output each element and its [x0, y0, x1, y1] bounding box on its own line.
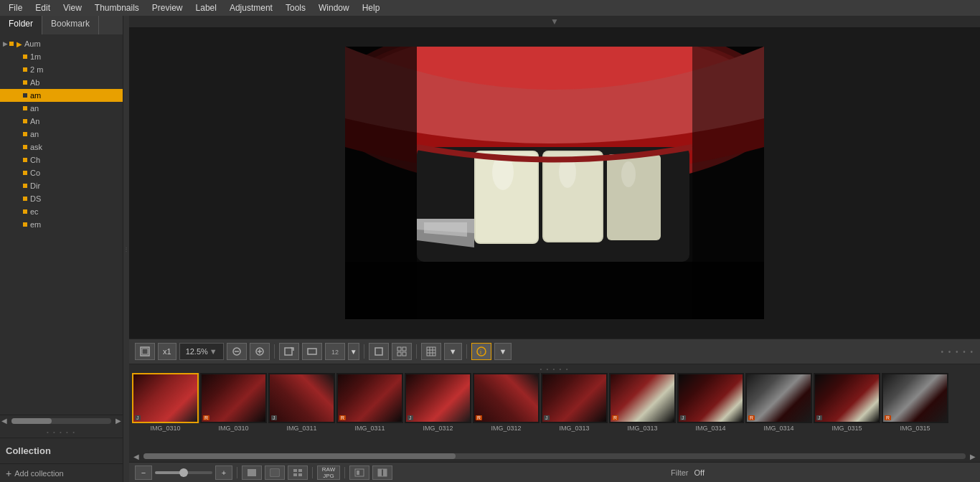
thumbnail-item-1[interactable]: R IMG_0310	[200, 373, 267, 450]
bottom-zoom-out-button[interactable]: −	[135, 466, 152, 480]
bottom-scrollbar[interactable]: ◀ ▶	[129, 450, 980, 462]
thumbnail-item-3[interactable]: R IMG_0311	[336, 373, 403, 450]
menu-help[interactable]: Help	[357, 1, 386, 14]
tree-item-2m[interactable]: 2 m	[0, 63, 123, 76]
raw-button[interactable]: RAWJPG	[317, 466, 340, 480]
menu-label[interactable]: Label	[190, 1, 222, 14]
image-viewer[interactable]	[129, 27, 980, 339]
bottom-zoom-in-button[interactable]: +	[215, 466, 232, 480]
svg-rect-31	[427, 347, 435, 356]
tree-item-an1[interactable]: an	[0, 102, 123, 115]
scroll-right-arrow[interactable]: ▶	[114, 417, 123, 425]
zoom-in-icon	[255, 346, 265, 356]
view-mode-grid[interactable]	[392, 343, 412, 360]
tree-item-ec[interactable]: ec	[0, 205, 123, 218]
horizontal-scrollbar[interactable]: ◀ ▶	[0, 415, 123, 426]
bottom-scroll-track[interactable]	[143, 453, 966, 459]
thumbnail-scroll[interactable]: J IMG_0310 R IMG_0310 J	[129, 373, 980, 450]
fit-button[interactable]	[135, 343, 155, 360]
zoom-slider[interactable]	[155, 471, 212, 474]
menu-view[interactable]: View	[57, 1, 88, 14]
menu-preview[interactable]: Preview	[146, 1, 189, 14]
add-collection-button[interactable]: + Add collection	[0, 463, 123, 482]
tree-item-am[interactable]: am	[0, 89, 123, 102]
svg-rect-26	[375, 348, 382, 355]
menubar: File Edit View Thumbnails Preview Label …	[0, 0, 980, 16]
tree-item-1m[interactable]: 1m	[0, 50, 123, 63]
tree-item-dir[interactable]: Dir	[0, 179, 123, 192]
fit-width-button[interactable]	[302, 343, 322, 360]
fit-page-button[interactable]	[279, 343, 299, 360]
thumb-image-9	[747, 374, 811, 422]
thumbnail-item-9[interactable]: R IMG_0314	[745, 373, 812, 450]
info-dropdown[interactable]: ▼	[494, 343, 512, 360]
view-grid-button[interactable]	[288, 466, 308, 480]
thumb-badge-5: R	[476, 415, 482, 420]
separator-3	[416, 344, 417, 359]
grid-size-dropdown[interactable]: ▼	[348, 343, 359, 360]
fit-width-icon	[307, 346, 317, 356]
mode-a-icon	[354, 468, 364, 477]
tree-item-an2[interactable]: an	[0, 128, 123, 141]
thumbnail-item-7[interactable]: R IMG_0313	[609, 373, 676, 450]
bottom-toolbar: − + RAWJPG Filter Off	[129, 462, 980, 482]
dots-indicator: • • • • •	[47, 429, 76, 435]
zoom-dropdown-icon[interactable]: ▼	[209, 347, 217, 356]
thumb-label-11: IMG_0315	[900, 425, 930, 432]
tab-folder[interactable]: Folder	[0, 16, 42, 34]
fit-icon	[140, 346, 150, 356]
bottom-scroll-thumb[interactable]	[143, 453, 456, 459]
menu-thumbnails[interactable]: Thumbnails	[89, 1, 145, 14]
view-mode-b[interactable]	[372, 466, 392, 480]
tree-item-co[interactable]: Co	[0, 166, 123, 179]
thumbnail-item-6[interactable]: J IMG_0313	[541, 373, 608, 450]
thumbnail-item-10[interactable]: J IMG_0315	[814, 373, 880, 450]
tree-area: ▶ ▶ Aum 1m 2 m	[0, 34, 123, 415]
tree-item-ch[interactable]: Ch	[0, 153, 123, 166]
thumbnail-item-0[interactable]: J IMG_0310	[132, 373, 199, 450]
scroll-left-arrow[interactable]: ◀	[0, 417, 9, 425]
menu-adjustment[interactable]: Adjustment	[224, 1, 278, 14]
scroll-right-btn[interactable]: ▶	[969, 453, 977, 460]
tree-scroll[interactable]: ▶ ▶ Aum 1m 2 m	[0, 34, 123, 415]
thumbnail-item-5[interactable]: R IMG_0312	[473, 373, 540, 450]
tree-item-ask[interactable]: ask	[0, 141, 123, 153]
view-mode-single[interactable]	[369, 343, 389, 360]
grid-size-1-button[interactable]: 12	[325, 343, 345, 360]
tree-item-An[interactable]: An	[0, 115, 123, 128]
tree-item-em[interactable]: em	[0, 218, 123, 231]
thumbnail-item-8[interactable]: J IMG_0314	[677, 373, 744, 450]
separator-2	[364, 344, 364, 359]
resize-handle[interactable]: ⋮	[123, 16, 129, 482]
view-double-button[interactable]	[265, 466, 285, 480]
tab-bookmark[interactable]: Bookmark	[42, 16, 99, 34]
menu-window[interactable]: Window	[313, 1, 355, 14]
menu-tools[interactable]: Tools	[280, 1, 311, 14]
thumb-image-container-4: J	[405, 373, 471, 423]
thumbnail-item-4[interactable]: J IMG_0312	[405, 373, 471, 450]
info-button[interactable]: i	[471, 343, 491, 360]
h-scrollbar-track[interactable]	[11, 418, 111, 424]
collection-label: Collection	[6, 445, 51, 456]
grid-overlay-dropdown[interactable]: ▼	[444, 343, 462, 360]
grid-overlay-button[interactable]	[421, 343, 441, 360]
tree-item-aum[interactable]: ▶ ▶ Aum	[0, 37, 123, 50]
thumbnail-item-11[interactable]: R IMG_0315	[882, 373, 948, 450]
h-scrollbar-thumb[interactable]	[11, 418, 52, 424]
thumbnail-item-2[interactable]: J IMG_0311	[268, 373, 335, 450]
svg-rect-23	[285, 348, 292, 355]
menu-file[interactable]: File	[3, 1, 28, 14]
zoom-out-button[interactable]	[227, 343, 247, 360]
menu-edit[interactable]: Edit	[29, 1, 56, 14]
single-icon	[247, 468, 257, 477]
view-mode-a[interactable]	[349, 466, 369, 480]
tree-item-ds[interactable]: DS	[0, 192, 123, 205]
scroll-left-btn[interactable]: ◀	[132, 453, 141, 460]
thumb-image-container-1: R	[200, 373, 267, 423]
zoom-in-button[interactable]	[250, 343, 270, 360]
view-single-button[interactable]	[242, 466, 262, 480]
expand-icon[interactable]: ▶	[3, 40, 8, 47]
thumb-image-0	[133, 374, 197, 422]
thumb-badge-0: J	[135, 415, 141, 420]
tree-item-ab[interactable]: Ab	[0, 76, 123, 89]
